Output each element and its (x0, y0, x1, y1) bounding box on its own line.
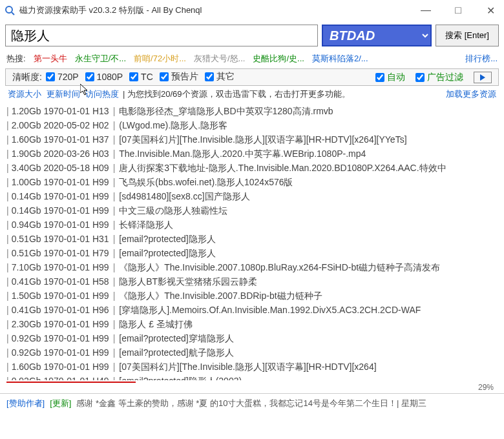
result-row[interactable]: |0.41Gb 1970-01-01 H58|隐形人BT影视天堂猪猪乐园云静柔 (6, 274, 498, 289)
sort-size[interactable]: 资源大小 (8, 88, 41, 100)
svg-line-1 (12, 12, 14, 15)
result-row[interactable]: |2.30Gb 1970-01-01 H99|隐形人 £ 圣城打佛 (6, 317, 498, 331)
result-row[interactable]: |1.60Gb 1970-01-01 H99|[07美国科幻片][The.Inv… (6, 360, 498, 374)
hot-link-1[interactable]: 永生守卫/不... (75, 53, 126, 65)
clarity-label: 清晰度: (12, 72, 42, 83)
result-row[interactable]: |1.20Gb 1970-01-01 H13|电影隐形径杰_穿墙隐形人BD中英双… (6, 104, 498, 118)
sponsor-link[interactable]: [赞助作者] (6, 398, 45, 409)
footer-msg: 感谢 *金鑫 等土豪的赞助，感谢 *夏 的10寸大蛋糕，我都忘记14号是今年第二… (76, 398, 426, 409)
result-row[interactable]: |0.41Gb 1970-01-01 H96|[穿墙隐形人].Memoirs.O… (6, 303, 498, 317)
progress-text: 29% (0, 383, 504, 393)
result-row[interactable]: |1.00Gb 1970-01-01 H99|飞鸟娱乐(bbs.wofei.ne… (6, 175, 498, 189)
result-row[interactable]: |0.92Gb 1970-01-01 H49|[email?protected]… (6, 374, 498, 380)
engine-select[interactable]: BTDAD (322, 25, 432, 46)
play-button[interactable] (474, 72, 492, 83)
search-input[interactable] (5, 25, 318, 46)
hot-link-0[interactable]: 第一头牛 (34, 53, 67, 65)
result-row[interactable]: |0.92Gb 1970-01-01 H99|[email?protected]… (6, 331, 498, 345)
result-row[interactable]: |0.94Gb 1970-01-01 H99|长铎泽隐形人 (6, 218, 498, 232)
filter-720P[interactable]: 720P (46, 72, 79, 82)
result-row[interactable]: |1.60Gb 1970-01-01 H37|[07美国科幻片][The.Inv… (6, 132, 498, 147)
result-row[interactable]: |1.50Gb 1970-01-01 H99|《隐形人》The.Invisibl… (6, 289, 498, 303)
load-more-link[interactable]: 加载更多资源 (446, 88, 496, 100)
result-row[interactable]: |0.51Gb 1970-01-01 H79|[email?protected]… (6, 246, 498, 260)
result-row[interactable]: |0.14Gb 1970-01-01 H99|中文三級の隐形人独霸性坛 (6, 203, 498, 218)
hot-link-4[interactable]: 史酷比狗/史... (253, 53, 304, 65)
sort-time[interactable]: 更新时间 (47, 88, 80, 100)
result-row[interactable]: |1.90Gb 2020-03-26 H03|The.Invisible.Man… (6, 147, 498, 161)
update-link[interactable]: [更新] (50, 398, 71, 409)
search-button[interactable]: 搜索 [Enter] (436, 25, 499, 46)
result-row[interactable]: |3.40Gb 2020-05-18 H09|唐人街探案3下载地址-隐形人.Th… (6, 161, 498, 175)
filter-1080P[interactable]: 1080P (85, 72, 123, 82)
result-row[interactable]: |2.00Gb 2020-05-02 H02|(LWgod.me).隐形人.隐形… (6, 118, 498, 132)
minimize-button[interactable]: — (416, 5, 436, 17)
hot-link-3[interactable]: 灰猎犬号/怒... (194, 53, 245, 65)
filter-其它[interactable]: 其它 (205, 71, 235, 83)
play-icon (480, 74, 485, 81)
ranking-link[interactable]: 排行榜... (465, 53, 498, 65)
result-row[interactable]: |7.10Gb 1970-01-01 H99|《隐形人》The.Invisibl… (6, 260, 498, 274)
hot-link-2[interactable]: 前哨/72小时... (134, 53, 186, 65)
hot-link-5[interactable]: 莫斯科陷落2/... (312, 53, 368, 65)
maximize-button[interactable]: □ (448, 5, 468, 17)
close-button[interactable]: ✕ (481, 5, 500, 17)
result-count: | 为您找到20/69个资源，双击迅雷下载，右击打开更多功能。 (123, 88, 350, 100)
hot-label: 热搜: (6, 53, 26, 65)
svg-point-0 (6, 6, 12, 13)
window-title: 磁力资源搜索助手 v20.3.2 特别版 - All By Chenql (19, 5, 416, 16)
adfilter-checkbox[interactable]: 广告过滤 (415, 72, 463, 83)
sort-heat[interactable]: 访问热度 (85, 88, 119, 100)
app-icon (4, 5, 16, 16)
result-list: |1.20Gb 1970-01-01 H13|电影隐形径杰_穿墙隐形人BD中英双… (0, 103, 504, 380)
filter-预告片[interactable]: 预告片 (160, 71, 198, 83)
result-row[interactable]: |0.92Gb 1970-01-01 H99|[email?protected]… (6, 345, 498, 360)
result-row[interactable]: |0.14Gb 1970-01-01 H99|[sd4981480][sex8.… (6, 189, 498, 203)
auto-checkbox[interactable]: 自动 (375, 72, 405, 83)
result-row[interactable]: |0.51Gb 1970-01-01 H31|[email?protected]… (6, 232, 498, 246)
filter-TC[interactable]: TC (129, 72, 153, 82)
